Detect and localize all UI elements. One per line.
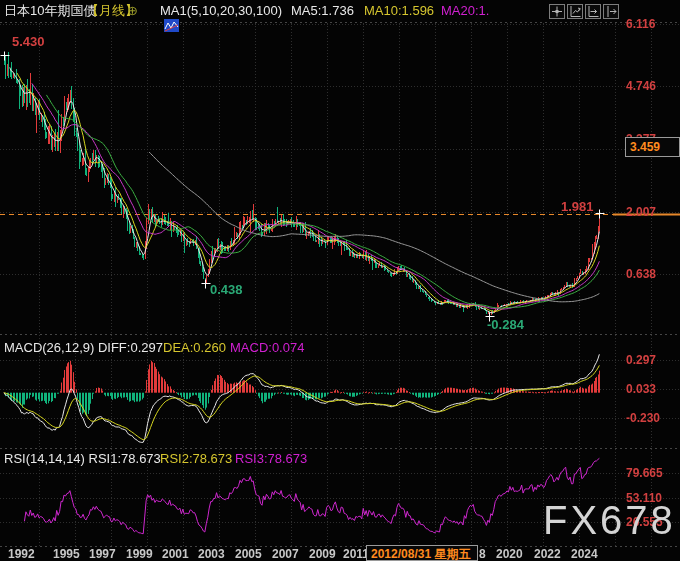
macd-title[interactable]: MACD(26,12,9) DIFF:0.297 (4, 341, 163, 355)
move-tool-icon[interactable] (549, 4, 565, 19)
ma20-value: MA20:1. (441, 3, 489, 18)
ma10-value: MA10:1.596 (364, 3, 434, 18)
pan-axis-tool-icon[interactable] (585, 4, 601, 19)
rsi2-value: RSI2:78.673 (160, 452, 232, 466)
cursor-price-box: 3.459 (625, 137, 680, 157)
macd-dea-value: DEA:0.260 (163, 341, 226, 355)
chart-app: 日本10年期国债 【月线】 ⊕ MA1(5,10,20,30,100) MA5:… (0, 0, 680, 561)
ma5-value: MA5:1.736 (291, 3, 354, 18)
chart-type-icon[interactable] (142, 4, 157, 17)
link-icon[interactable]: ⊕ (127, 3, 138, 18)
macd-value: MACD:0.074 (230, 341, 304, 355)
cursor-date-box: 2012/08/31 星期五 (366, 545, 478, 561)
watermark: FX678 (543, 498, 676, 542)
instrument-title: 日本10年期国债 (4, 3, 96, 18)
chart-canvas[interactable] (0, 0, 680, 561)
ma-settings-label[interactable]: MA1(5,10,20,30,100) (160, 3, 282, 18)
rsi-title[interactable]: RSI(14,14,14) RSI1:78.673 (4, 452, 161, 466)
scale-axis-tool-icon[interactable] (567, 4, 583, 19)
rsi3-value: RSI3:78.673 (235, 452, 307, 466)
exit-tool-icon[interactable] (603, 4, 619, 19)
